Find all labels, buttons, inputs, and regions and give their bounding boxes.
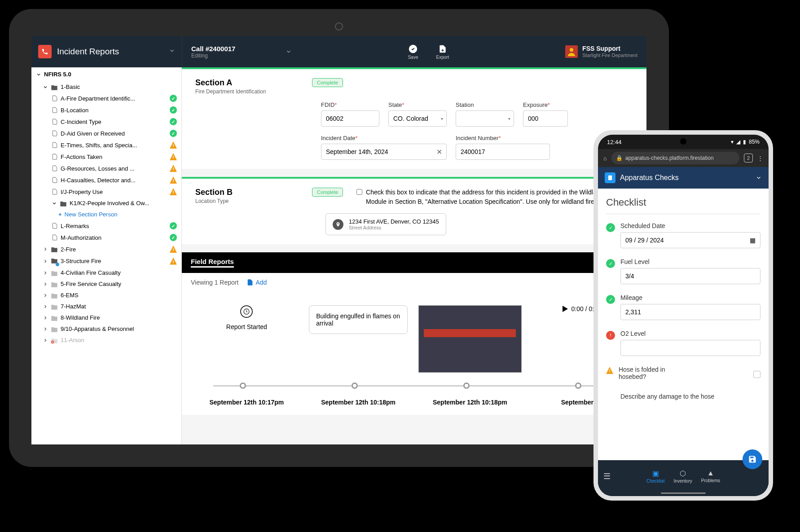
clear-icon[interactable]: ✕ [436,148,442,156]
tree-folder[interactable]: 6-EMS [31,290,181,301]
tree-item[interactable]: E-Times, Shifts, and Specia...! [31,139,181,151]
tree-folder[interactable]: 4-Civilian Fire Casualty [31,267,181,278]
section-b-card: Section B Location Type Complete Check t… [182,177,646,244]
exposure-input[interactable] [523,110,568,127]
tree-folder-basic[interactable]: 1-Basic [31,81,181,92]
tablet-screen: Incident Reports Call #2400017 Editing S… [31,36,646,444]
tree-item[interactable]: I/J-Property Use! [31,186,181,198]
tree-item[interactable]: A-Fire Department Identific...✓ [31,92,181,104]
play-icon [563,306,568,312]
tab-checklist[interactable]: ▣ Checklist [646,469,665,484]
save-fab[interactable] [743,449,762,469]
check-label: Fuel Level [620,258,760,265]
document-icon [52,188,58,195]
svg-rect-6 [608,176,612,180]
section-a-card: Section A Fire Department Identification… [182,67,646,169]
timeline-track[interactable] [191,382,637,395]
tree-item[interactable]: H-Casualties, Detector and...! [31,174,181,186]
chevron-down-icon[interactable] [169,48,175,56]
document-icon [52,234,58,241]
check-input[interactable]: 3/4 [620,268,760,284]
tab-problems[interactable]: ▲ Problems [701,469,720,484]
user-menu[interactable]: FSS Support Starlight Fire Department [556,36,646,67]
address-box[interactable]: 1234 First AVE, Denver, CO 12345 Street … [325,213,446,235]
chevron-right-icon [43,304,48,309]
check-input[interactable] [620,340,760,356]
export-label: Export [436,55,449,60]
tree-item-m-auth[interactable]: M-Authorization ✓ [31,232,181,243]
url-input[interactable]: 🔒 apparatus-checks.platform.firestation [611,152,739,164]
add-report-button[interactable]: Add [246,278,267,286]
folder-icon [51,270,58,276]
pin-icon [333,219,343,230]
check-label: Mileage [620,294,760,301]
save-icon [748,455,757,464]
call-selector[interactable]: Call #2400017 Editing [182,36,301,67]
menu-button[interactable]: ☰ [598,471,616,481]
folder-icon [51,315,58,321]
menu-icon[interactable]: ⋮ [757,155,763,162]
topbar-title-section[interactable]: Incident Reports [31,36,182,67]
box-icon: ⬡ [680,469,686,478]
document-icon [52,141,58,149]
tree-folder[interactable]: 8-Wildland Fire [31,312,181,323]
tree-folder[interactable]: 3-Structure Fire! [31,255,181,267]
new-section-person[interactable]: + New Section Person [31,209,181,220]
timeline-date: September 12th 10:17pm [191,399,303,406]
address-sub: Street Address [349,225,439,230]
tab-inventory[interactable]: ⬡ Inventory [674,469,692,484]
tree-item[interactable]: G-Resources, Losses and ...! [31,163,181,174]
wildland-checkbox[interactable] [356,189,362,195]
tree-folder[interactable]: 5-Fire Service Casualty [31,278,181,290]
tree-label: 3-Structure Fire [61,258,167,264]
status-icon: ! [606,331,615,340]
tree-item[interactable]: F-Actions Taken! [31,151,181,163]
checklist-title: Checklist [606,197,760,208]
check-input[interactable]: 2,311 [620,304,760,320]
tree-label: 6-EMS [61,292,177,299]
chevron-down-icon[interactable] [756,175,762,181]
tree-folder[interactable]: 7-HazMat [31,301,181,312]
document-icon [52,222,58,229]
tab-count[interactable]: 2 [744,154,753,163]
clock-icon [240,305,253,318]
tree-label: A-Fire Department Identific... [61,95,167,102]
sidebar: NFIRS 5.0 1-Basic A-Fire Department Iden… [31,67,182,444]
incident-number-input[interactable] [456,144,550,160]
state-select[interactable] [388,110,447,127]
tree-item[interactable]: B-Location✓ [31,104,181,116]
call-status: Editing [191,53,286,59]
exposure-label: Exposure* [523,101,568,108]
phone-nav-pill[interactable] [598,492,769,496]
check-input[interactable]: 09 / 29 / 2024▦ [620,232,760,248]
export-button[interactable]: Export [436,44,449,60]
incident-number-label: Incident Number* [456,135,550,141]
incident-date-input[interactable] [321,144,447,160]
home-icon[interactable]: ⌂ [603,155,607,162]
save-button[interactable]: Save [408,44,418,60]
content-area: Section A Fire Department Identification… [182,67,646,444]
tree-item[interactable]: D-Aid Given or Received✓ [31,128,181,139]
app-header-title: Apparatus Checks [620,174,751,182]
tree-label: I/J-Property Use [61,189,167,195]
tree-folder[interactable]: 2-Fire! [31,243,181,255]
hose-checkbox[interactable] [753,371,760,378]
tree-folder[interactable]: 9/10-Apparatus & Personnel [31,323,181,334]
tree-root[interactable]: NFIRS 5.0 [31,67,181,81]
station-select[interactable] [456,110,514,127]
document-icon [52,118,58,125]
status-warning-icon: ! [170,176,177,184]
l-remarks-label: L-Remarks [61,223,167,229]
calendar-icon[interactable]: ▦ [750,237,756,244]
tree-item-l-remarks[interactable]: L-Remarks ✓ [31,220,181,232]
tree-folder[interactable]: 11-Arson [31,334,181,346]
damage-label: Describe any damage to the hose [620,393,760,400]
status-icon: ✓ [606,295,615,304]
status-warning-icon: ! [170,258,177,265]
incident-date-label: Incident Date* [321,135,447,141]
timeline-note[interactable]: Building engulfed in flames on arrival [309,305,408,334]
tree-folder-k1k2[interactable]: K1/K2-People Involved & Ow... [31,198,181,209]
timeline-thumbnail[interactable] [418,305,522,373]
tree-item[interactable]: C-Incident Type✓ [31,116,181,128]
fdid-input[interactable] [321,110,379,127]
